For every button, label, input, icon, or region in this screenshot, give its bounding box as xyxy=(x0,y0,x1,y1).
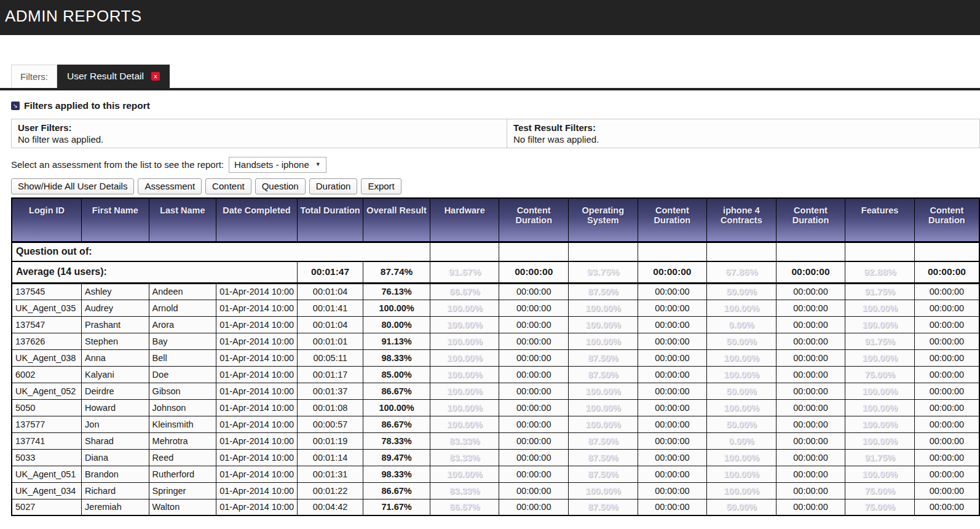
cell-date-completed: 01-Apr-2014 10:00 xyxy=(216,366,298,383)
cell-content-duration: 00:00:00 xyxy=(499,349,569,366)
cell-last-name: Doe xyxy=(149,366,216,383)
table-row: 6002KalyaniDoe01-Apr-2014 10:0000:01:178… xyxy=(12,366,979,383)
column-header-content-duration[interactable]: Content Duration xyxy=(499,198,569,242)
column-header-iphone-4-contracts[interactable]: iphone 4 Contracts xyxy=(707,198,776,242)
cell-last-name: Springer xyxy=(149,482,216,499)
cell-login-id: 5027 xyxy=(12,499,82,515)
column-header-first-name[interactable]: First Name xyxy=(82,198,149,242)
cell-last-name: Kleinsmith xyxy=(149,416,216,432)
question-out-of-cell xyxy=(569,242,638,261)
export-button[interactable]: Export xyxy=(361,178,401,194)
cell-score: 100.00% xyxy=(430,416,499,432)
cell-overall-result: 85.00% xyxy=(363,366,430,383)
cell-content-duration: 00:00:00 xyxy=(638,366,707,383)
cell-content-duration: 00:00:00 xyxy=(638,432,707,449)
column-header-date-completed[interactable]: Date Completed xyxy=(216,198,298,242)
cell-content-duration: 00:00:00 xyxy=(776,416,845,432)
cell-score: 100.00% xyxy=(845,383,915,399)
tab-user-result-detail[interactable]: User Result Detail x xyxy=(57,65,170,88)
cell-last-name: Mehrotra xyxy=(149,432,216,449)
cell-score: 100.00% xyxy=(707,466,776,482)
cell-score: 100.00% xyxy=(569,383,638,399)
column-header-operating-system[interactable]: Operating System xyxy=(569,198,638,242)
cell-content-duration: 00:00:00 xyxy=(499,499,569,515)
cell-total-duration: 00:01:37 xyxy=(297,383,363,399)
cell-score: 100.00% xyxy=(430,300,499,316)
column-header-last-name[interactable]: Last Name xyxy=(149,198,216,242)
cell-first-name: Diana xyxy=(82,449,149,466)
cell-score: 100.00% xyxy=(845,466,915,482)
question-out-of-cell xyxy=(776,242,845,261)
cell-score: 50.00% xyxy=(707,499,776,515)
cell-score: 91.75% xyxy=(845,283,915,300)
cell-score: 100.00% xyxy=(707,399,776,416)
average-score: 67.86% xyxy=(707,261,776,283)
cell-date-completed: 01-Apr-2014 10:00 xyxy=(216,333,298,349)
cell-login-id: 137741 xyxy=(12,432,82,449)
cell-content-duration: 00:00:00 xyxy=(638,283,707,300)
table-row: 5027JeremiahWalton01-Apr-2014 10:0000:04… xyxy=(12,499,979,515)
cell-score: 83.33% xyxy=(430,482,499,499)
column-header-overall-result[interactable]: Overall Result xyxy=(363,198,430,242)
cell-date-completed: 01-Apr-2014 10:00 xyxy=(216,399,298,416)
close-tab-icon[interactable]: x xyxy=(151,72,160,81)
table-row: 5050HowardJohnson01-Apr-2014 10:0000:01:… xyxy=(12,399,979,416)
column-header-total-duration[interactable]: Total Duration xyxy=(297,198,363,242)
cell-score: 100.00% xyxy=(707,300,776,316)
assessment-select[interactable]: Handsets - iphone ▼ xyxy=(229,157,326,173)
cell-content-duration: 00:00:00 xyxy=(499,416,569,432)
column-header-features[interactable]: Features xyxy=(845,198,915,242)
table-row: UK_Agent_052DeirdreGibson01-Apr-2014 10:… xyxy=(12,383,979,399)
cell-content-duration: 00:00:00 xyxy=(914,432,979,449)
cell-first-name: Sharad xyxy=(82,432,149,449)
cell-content-duration: 00:00:00 xyxy=(914,499,979,515)
cell-content-duration: 00:00:00 xyxy=(499,366,569,383)
column-header-content-duration[interactable]: Content Duration xyxy=(776,198,845,242)
cell-content-duration: 00:00:00 xyxy=(776,466,845,482)
filters-heading: ↘ Filters applied to this report xyxy=(11,100,980,111)
cell-total-duration: 00:01:31 xyxy=(297,466,363,482)
cell-content-duration: 00:00:00 xyxy=(499,333,569,349)
cell-login-id: 137545 xyxy=(12,283,82,300)
question-button[interactable]: Question xyxy=(255,178,306,194)
cell-first-name: Deirdre xyxy=(82,383,149,399)
tab-filters[interactable]: Filters: xyxy=(11,65,57,88)
column-header-content-duration[interactable]: Content Duration xyxy=(638,198,707,242)
show-hide-all-user-details-button[interactable]: Show/Hide All User Details xyxy=(11,178,134,194)
column-header-hardware[interactable]: Hardware xyxy=(430,198,499,242)
cell-content-duration: 00:00:00 xyxy=(914,449,979,466)
collapse-arrow-icon[interactable]: ↘ xyxy=(11,101,20,110)
cell-score: 100.00% xyxy=(569,316,638,333)
average-total-duration: 00:01:47 xyxy=(297,261,363,283)
cell-first-name: Stephen xyxy=(82,333,149,349)
table-row: 5033DianaReed01-Apr-2014 10:0000:01:1489… xyxy=(12,449,979,466)
cell-score: 87.50% xyxy=(569,349,638,366)
question-out-of-label: Question out of: xyxy=(12,242,430,261)
cell-score: 0.00% xyxy=(707,316,776,333)
cell-content-duration: 00:00:00 xyxy=(776,283,845,300)
cell-total-duration: 00:01:22 xyxy=(297,482,363,499)
cell-score: 100.00% xyxy=(430,466,499,482)
cell-overall-result: 78.33% xyxy=(363,432,430,449)
assessment-select-label: Select an assessment from the list to se… xyxy=(11,159,224,170)
cell-content-duration: 00:00:00 xyxy=(638,449,707,466)
column-header-login-id[interactable]: Login ID xyxy=(12,198,82,242)
cell-score: 75.00% xyxy=(845,499,915,515)
cell-total-duration: 00:00:57 xyxy=(297,416,363,432)
duration-button[interactable]: Duration xyxy=(309,178,358,194)
question-out-of-cell xyxy=(914,242,979,261)
content-button[interactable]: Content xyxy=(205,178,251,194)
cell-score: 75.00% xyxy=(845,366,915,383)
cell-date-completed: 01-Apr-2014 10:00 xyxy=(216,300,298,316)
cell-content-duration: 00:00:00 xyxy=(776,300,845,316)
column-header-content-duration[interactable]: Content Duration xyxy=(914,198,979,242)
cell-last-name: Walton xyxy=(149,499,216,515)
assessment-button[interactable]: Assessment xyxy=(138,178,202,194)
cell-content-duration: 00:00:00 xyxy=(638,499,707,515)
cell-content-duration: 00:00:00 xyxy=(638,333,707,349)
cell-content-duration: 00:00:00 xyxy=(499,449,569,466)
cell-content-duration: 00:00:00 xyxy=(776,366,845,383)
cell-score: 83.33% xyxy=(430,449,499,466)
cell-overall-result: 89.47% xyxy=(363,449,430,466)
cell-content-duration: 00:00:00 xyxy=(914,383,979,399)
